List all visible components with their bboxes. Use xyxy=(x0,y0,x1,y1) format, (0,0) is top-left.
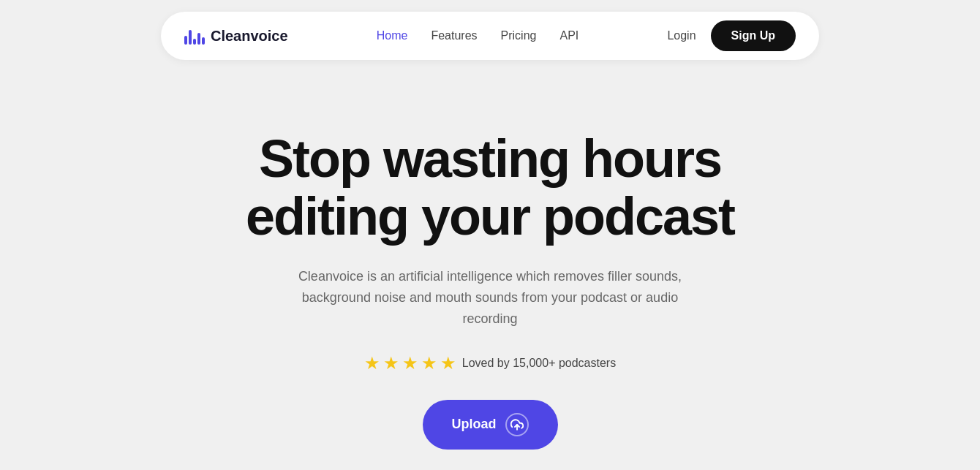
hero-title: Stop wasting hours editing your podcast xyxy=(246,130,734,246)
logo-text: Cleanvoice xyxy=(211,28,288,45)
nav-right: Login Sign Up xyxy=(667,20,796,51)
navbar: Cleanvoice Home Features Pricing API Log… xyxy=(161,12,819,60)
hero-title-line1: Stop wasting hours xyxy=(259,129,721,188)
hero-title-line2: editing your podcast xyxy=(246,187,734,246)
nav-link-features[interactable]: Features xyxy=(431,29,477,42)
nav-link-home[interactable]: Home xyxy=(377,29,408,42)
page-wrapper: Cleanvoice Home Features Pricing API Log… xyxy=(0,0,980,470)
star-2: ★ xyxy=(383,353,399,374)
upload-label: Upload xyxy=(452,417,497,432)
star-1: ★ xyxy=(364,353,380,374)
star-5: ★ xyxy=(440,353,456,374)
stars-row: ★ ★ ★ ★ ★ Loved by 15,000+ podcasters xyxy=(364,353,616,374)
nav-item-api[interactable]: API xyxy=(559,29,578,42)
nav-links: Home Features Pricing API xyxy=(377,29,579,42)
hero-subtitle: Cleanvoice is an artificial intelligence… xyxy=(278,266,702,329)
nav-link-pricing[interactable]: Pricing xyxy=(501,29,537,42)
upload-cloud-icon xyxy=(505,413,529,436)
nav-item-features[interactable]: Features xyxy=(431,29,477,42)
nav-item-pricing[interactable]: Pricing xyxy=(501,29,537,42)
hero-section: Stop wasting hours editing your podcast … xyxy=(205,72,775,470)
nav-item-home[interactable]: Home xyxy=(377,29,408,42)
navbar-container: Cleanvoice Home Features Pricing API Log… xyxy=(0,0,980,72)
star-rating: ★ ★ ★ ★ ★ xyxy=(364,353,456,374)
audio-bars-icon xyxy=(184,27,205,45)
star-4: ★ xyxy=(421,353,437,374)
star-3: ★ xyxy=(402,353,418,374)
loved-text: Loved by 15,000+ podcasters xyxy=(462,357,616,370)
upload-button[interactable]: Upload xyxy=(423,400,558,450)
logo-link[interactable]: Cleanvoice xyxy=(184,27,288,45)
nav-link-api[interactable]: API xyxy=(559,29,578,42)
signup-button[interactable]: Sign Up xyxy=(711,20,796,51)
login-button[interactable]: Login xyxy=(667,29,696,42)
